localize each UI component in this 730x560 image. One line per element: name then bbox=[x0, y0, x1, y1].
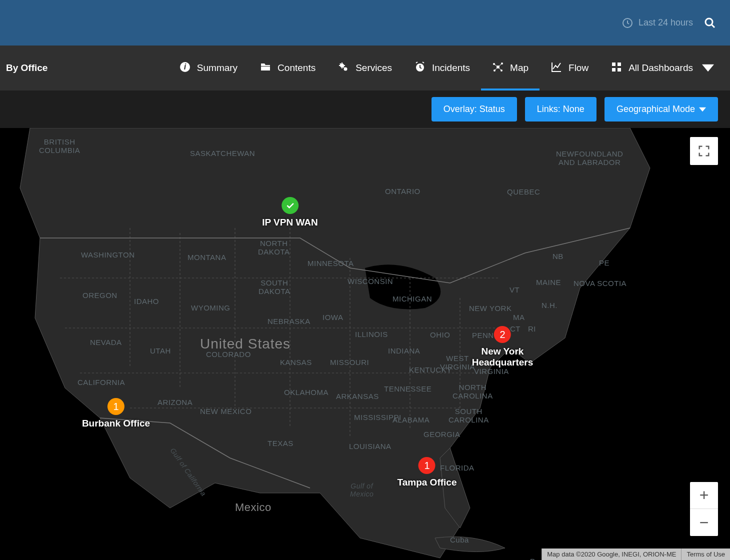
clock-icon bbox=[622, 17, 634, 29]
svg-rect-4 bbox=[261, 66, 270, 66]
chart-icon bbox=[550, 61, 562, 76]
svg-rect-14 bbox=[618, 62, 621, 66]
top-header: Last 24 hours bbox=[0, 0, 730, 46]
svg-rect-13 bbox=[612, 62, 616, 66]
tab-label: Contents bbox=[278, 62, 316, 74]
info-icon: i bbox=[179, 61, 191, 76]
tab-contents[interactable]: Contents bbox=[248, 46, 326, 90]
chevron-down-icon bbox=[699, 106, 706, 113]
tab-label: Incidents bbox=[432, 62, 470, 74]
nav-bar: By Office iSummaryContentsServicesIncide… bbox=[0, 46, 730, 90]
node-label: Tampa Office bbox=[398, 477, 457, 488]
fullscreen-icon bbox=[697, 144, 711, 158]
overlay-button[interactable]: Overlay: Status bbox=[432, 97, 517, 122]
node-label: IP VPN WAN bbox=[262, 217, 318, 228]
zoom-out-button[interactable]: − bbox=[690, 509, 718, 536]
zoom-controls: + − bbox=[690, 482, 718, 536]
tab-label: Flow bbox=[568, 62, 588, 74]
tab-flow[interactable]: Flow bbox=[540, 46, 600, 90]
tab-label: All Dashboards bbox=[628, 62, 693, 74]
tab-label: Summary bbox=[197, 62, 238, 74]
map-node-tampa-office[interactable]: 1Tampa Office bbox=[398, 457, 457, 488]
tab-label: Map bbox=[510, 62, 528, 74]
attribution-terms[interactable]: Terms of Use bbox=[681, 548, 730, 560]
tab-services[interactable]: Services bbox=[326, 46, 403, 90]
time-range-selector[interactable]: Last 24 hours bbox=[622, 17, 693, 29]
check-icon bbox=[285, 200, 295, 210]
tab-all-dashboards[interactable]: All Dashboards bbox=[600, 46, 725, 90]
alarm-icon bbox=[414, 61, 426, 76]
network-icon bbox=[492, 61, 504, 76]
links-button[interactable]: Links: None bbox=[525, 97, 596, 122]
node-label: Burbank Office bbox=[82, 418, 150, 429]
map-node-burbank-office[interactable]: 1Burbank Office bbox=[82, 398, 150, 429]
map-canvas[interactable]: BRITISH COLUMBIASASKATCHEWANONTARIOQUEBE… bbox=[0, 128, 730, 560]
map-node-new-york-headquarters[interactable]: 2New York Headquarters bbox=[472, 326, 534, 368]
tab-map[interactable]: Map bbox=[481, 46, 540, 90]
folder-icon bbox=[260, 61, 272, 76]
tab-incidents[interactable]: Incidents bbox=[403, 46, 481, 90]
svg-text:i: i bbox=[184, 62, 186, 71]
grid-icon bbox=[610, 61, 622, 76]
status-badge: 1 bbox=[108, 398, 124, 415]
page-title: By Office bbox=[6, 62, 48, 74]
attribution-data[interactable]: Map data ©2020 Google, INEGI, ORION-ME bbox=[542, 548, 681, 560]
svg-rect-15 bbox=[612, 68, 616, 72]
tab-label: Services bbox=[356, 62, 392, 74]
gears-icon bbox=[338, 61, 350, 76]
tab-summary[interactable]: iSummary bbox=[168, 46, 248, 90]
status-badge: 2 bbox=[494, 326, 511, 343]
status-badge: 1 bbox=[418, 457, 436, 474]
time-range-label: Last 24 hours bbox=[638, 18, 693, 28]
map-node-ip-vpn-wan[interactable]: IP VPN WAN bbox=[262, 197, 318, 228]
map-background bbox=[0, 128, 730, 560]
status-badge bbox=[282, 197, 298, 214]
node-label: New York Headquarters bbox=[472, 346, 534, 368]
search-icon[interactable] bbox=[704, 17, 716, 29]
svg-rect-16 bbox=[618, 68, 621, 72]
svg-point-6 bbox=[344, 67, 348, 70]
zoom-in-button[interactable]: + bbox=[690, 482, 718, 509]
mode-button[interactable]: Geographical Mode bbox=[604, 97, 718, 122]
svg-point-1 bbox=[706, 18, 712, 26]
map-attribution: Map data ©2020 Google, INEGI, ORION-ME T… bbox=[542, 548, 730, 560]
fullscreen-button[interactable] bbox=[690, 137, 718, 165]
map-controls-bar: Overlay: Status Links: None Geographical… bbox=[0, 90, 730, 128]
chevron-down-icon bbox=[702, 62, 714, 74]
